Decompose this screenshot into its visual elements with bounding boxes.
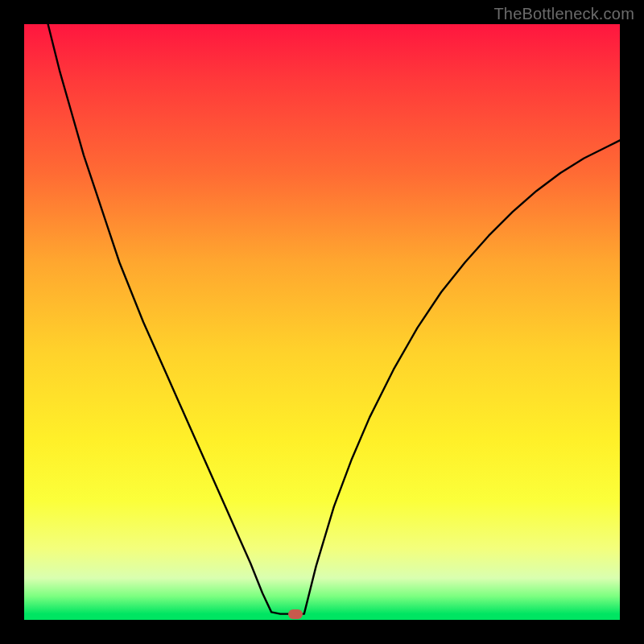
bottleneck-curve (24, 24, 620, 620)
outer-frame: TheBottleneck.com (0, 0, 644, 644)
optimal-point-marker (288, 609, 303, 619)
plot-area (24, 24, 620, 620)
curve-path (48, 24, 620, 614)
watermark-text: TheBottleneck.com (493, 5, 634, 23)
